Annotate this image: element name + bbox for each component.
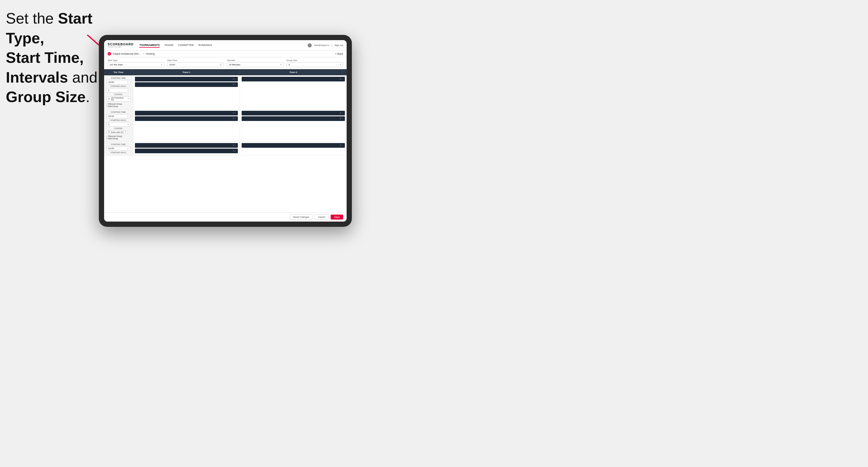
player-row-5-2: ✕ ○: [135, 149, 238, 153]
table-row: STARTING TIME: 10:00 ⏱ STARTING HOLE: 1 …: [104, 75, 347, 109]
starting-time-input-3[interactable]: 10:20 ⏱: [106, 146, 130, 151]
start-time-clock-icon: 🕐: [219, 64, 222, 66]
team2-cell-3: ✕ ○: [240, 142, 347, 155]
logo-sub: Powered by clipp...: [107, 46, 122, 48]
instruction-bold-start-time: Start Time,: [6, 49, 84, 66]
starting-hole-input-1[interactable]: 1 ▾: [106, 88, 130, 92]
starting-time-value-3: 10:20: [108, 147, 114, 150]
row-left-1: STARTING TIME: 10:00 ⏱ STARTING HOLE: 1 …: [104, 75, 133, 109]
sign-out-link[interactable]: Sign out: [335, 44, 343, 46]
player-remove-icon-1-1[interactable]: ✕ ○: [232, 78, 236, 80]
start-time-group: Start Time 10:00 🕐: [167, 59, 224, 67]
group-size-select[interactable]: 3 ▾: [286, 62, 343, 67]
player-remove-icon-3-1[interactable]: ✕ ○: [232, 112, 236, 114]
team1-cell-3: ✕ ○ ✕ ○: [133, 142, 240, 155]
nav-right: blair@clippd.io | Sign out: [308, 43, 343, 48]
course-tag-2: 🏌 East Lake GC ✕: [106, 130, 128, 134]
header-team2: Team 2: [240, 69, 347, 75]
player-remove-icon-5-1[interactable]: ✕ ○: [232, 144, 236, 147]
breadcrumb-bar: C Clippd Invitational (Mo... > Hosting <…: [104, 51, 347, 57]
action-links-2: ○ Remove Group + Add Group: [106, 135, 130, 139]
user-avatar: [308, 43, 312, 48]
player-row-2-1: ✕ ○: [242, 77, 345, 82]
player-remove-icon-3-2[interactable]: ✕ ○: [232, 118, 236, 120]
starting-time-label-1: STARTING TIME:: [106, 77, 130, 79]
table-row: STARTING TIME: 10:20 ⏱ STARTING HOLE: ✕ …: [104, 142, 347, 156]
nav-separator: |: [332, 44, 332, 46]
hole-arrow-icon-2: ▾: [128, 123, 129, 126]
table-header: Tee Time Team 1 Team 2: [104, 69, 347, 75]
instruction-bold-intervals: Intervals: [6, 69, 68, 86]
intervals-select[interactable]: 10 Minutes ▾: [227, 62, 283, 67]
add-group-2[interactable]: + Add Group: [106, 137, 130, 139]
logo-area: SCOREBOARD Powered by clipp...: [107, 43, 133, 48]
row-left-2: STARTING TIME: 10:10 ⏱ STARTING HOLE: 1 …: [104, 109, 133, 141]
course-name-2: East Lake GC: [111, 131, 124, 133]
nav-links: TOURNAMENTS TEAMS COMMITTEE RANKINGS: [139, 43, 308, 48]
player-remove-icon-2-1[interactable]: ✕ ○: [340, 78, 343, 80]
cancel-button[interactable]: Cancel: [315, 214, 328, 220]
time-icon-1: ⏱: [127, 81, 129, 83]
course-label-2: COURSE:: [106, 127, 130, 129]
remove-group-1[interactable]: ○ Remove Group: [106, 103, 130, 105]
team1-cell-2: ✕ ○ ✕ ○: [133, 109, 240, 141]
action-links-1: ○ Remove Group + Add Group: [106, 103, 130, 107]
nav-rankings[interactable]: RANKINGS: [198, 43, 212, 48]
player-remove-icon-6-1[interactable]: ✕ ○: [340, 144, 343, 147]
table-row: STARTING TIME: 10:10 ⏱ STARTING HOLE: 1 …: [104, 109, 347, 142]
course-name-1: (A) Peachtree GC: [111, 97, 127, 101]
time-icon-3: ⏱: [127, 148, 129, 150]
navbar: SCOREBOARD Powered by clipp... TOURNAMEN…: [104, 40, 347, 51]
start-type-arrow-icon: ▾: [161, 64, 162, 66]
starting-time-label-3: STARTING TIME:: [106, 143, 130, 146]
starting-hole-input-2[interactable]: 1 ▾: [106, 122, 130, 126]
starting-time-value-2: 10:10: [108, 115, 114, 118]
intervals-label: Intervals: [227, 59, 283, 62]
course-icon-1: 🏌: [108, 98, 111, 100]
course-icon-2: 🏌: [108, 131, 111, 133]
player-row-1-1: ✕ ○: [135, 77, 238, 82]
time-icon-2: ⏱: [127, 115, 129, 117]
starting-time-input-1[interactable]: 10:00 ⏱: [106, 80, 130, 84]
add-group-1[interactable]: + Add Group: [106, 105, 130, 107]
player-remove-icon-4-2[interactable]: ✕ ○: [340, 118, 343, 120]
start-time-select[interactable]: 10:00 🕐: [167, 62, 224, 67]
player-remove-icon-5-2[interactable]: ✕ ○: [232, 150, 236, 152]
player-row-4-1: ✕ ○: [242, 111, 345, 116]
header-tee-time: Tee Time: [104, 69, 133, 75]
course-row-2: 🏌 East Lake GC ✕: [106, 130, 130, 134]
course-remove-2[interactable]: ✕: [124, 131, 126, 133]
starting-hole-label-3: STARTING HOLE:: [106, 152, 130, 154]
course-row-1: 🏌 (A) Peachtree GC ✕: [106, 96, 130, 101]
remove-group-2[interactable]: ○ Remove Group: [106, 135, 130, 137]
starting-time-input-2[interactable]: 10:10 ⏱: [106, 114, 130, 118]
group-size-label: Group Size: [286, 59, 343, 62]
nav-tournaments[interactable]: TOURNAMENTS: [139, 43, 160, 48]
reset-changes-button[interactable]: Reset Changes: [290, 214, 312, 220]
team2-cell-1: ✕ ○: [240, 75, 347, 109]
intervals-value: 10 Minutes: [229, 63, 240, 66]
user-email: blair@clippd.io: [314, 44, 330, 46]
breadcrumb-tournament[interactable]: Clippd Invitational (Mo...: [113, 52, 141, 55]
start-time-label: Start Time: [167, 59, 224, 62]
start-type-value: 1st Tee Start: [110, 63, 123, 66]
start-time-value: 10:00: [169, 63, 175, 66]
start-type-select[interactable]: 1st Tee Start ▾: [107, 62, 164, 67]
breadcrumb-separator: >: [143, 52, 144, 55]
breadcrumb-back[interactable]: < Back: [335, 52, 343, 55]
logo-text: SCOREBOARD: [107, 43, 133, 46]
nav-teams[interactable]: TEAMS: [164, 43, 173, 48]
intervals-group: Intervals 10 Minutes ▾: [227, 59, 283, 67]
instruction-text: Set the Start Type, Start Time, Interval…: [6, 9, 99, 107]
nav-committee[interactable]: COMMITTEE: [178, 43, 194, 48]
player-row-5-1: ✕ ○: [135, 143, 238, 148]
controls-row: Start Type 1st Tee Start ▾ Start Time 10…: [104, 57, 347, 69]
breadcrumb-current: Hosting: [146, 52, 155, 55]
starting-hole-value-2: 1: [108, 123, 109, 126]
player-remove-icon-4-1[interactable]: ✕ ○: [340, 112, 343, 114]
player-remove-icon-1-2[interactable]: ✕ ○: [232, 84, 236, 86]
player-row-3-1: ✕ ○: [135, 111, 238, 116]
course-remove-1[interactable]: ✕: [127, 98, 129, 100]
start-type-label: Start Type: [107, 59, 164, 62]
save-button[interactable]: Save: [331, 215, 343, 220]
